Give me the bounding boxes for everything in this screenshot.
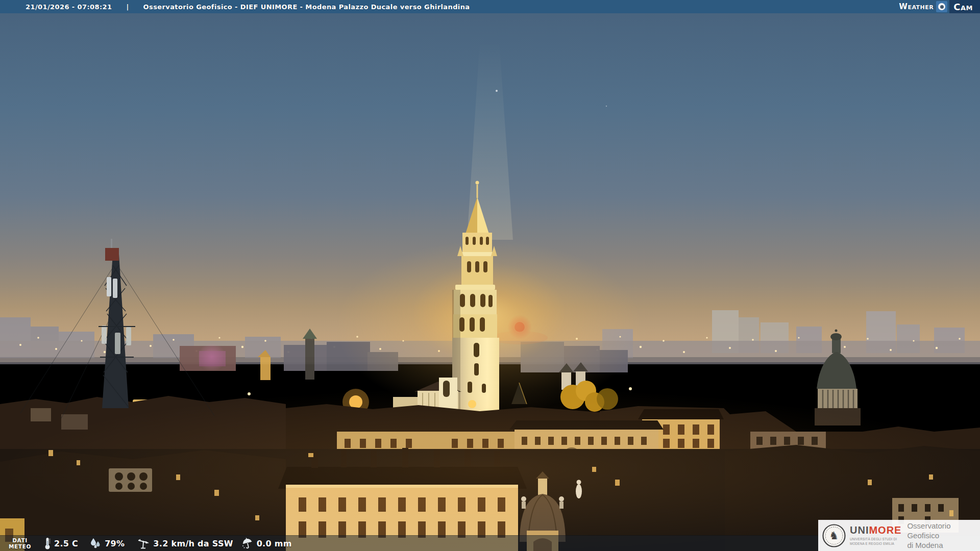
- page-title: Osservatorio Geofisico - DIEF UNIMORE - …: [143, 3, 470, 11]
- weather-data-label: DATI METEO: [4, 537, 36, 549]
- weathercam-cam-label: Cam: [953, 2, 973, 12]
- camera-lens-icon: [936, 1, 947, 12]
- rain-reading: 0.0 mm: [241, 537, 292, 549]
- separator: |: [126, 3, 129, 11]
- observatory-name: Osservatorio Geofisico di Modena: [907, 521, 980, 550]
- timestamp: 21/01/2026 - 07:08:21: [26, 3, 112, 11]
- unimore-subtitle: UNIVERSITÀ DEGLI STUDI DI MODENA E REGGI…: [850, 537, 901, 545]
- unimore-uni: UNI: [850, 524, 869, 536]
- svg-text:♞: ♞: [829, 530, 839, 542]
- weathercam-logo: Weather Cam: [899, 0, 980, 13]
- humidity-reading: 79%: [89, 537, 125, 549]
- temperature-value: 2.5 C: [54, 539, 78, 548]
- topbar-info: 21/01/2026 - 07:08:21 | Osservatorio Geo…: [0, 3, 470, 11]
- water-drops-icon: [89, 537, 102, 549]
- rain-value: 0.0 mm: [257, 539, 292, 548]
- unimore-logo-box: ♞ UNIMORE UNIVERSITÀ DEGLI STUDI DI MODE…: [818, 520, 980, 551]
- unimore-wordmark: UNIMORE UNIVERSITÀ DEGLI STUDI DI MODENA…: [850, 525, 901, 545]
- wind-reading: 3.2 km/h da SSW: [137, 537, 233, 549]
- thermometer-icon: [44, 537, 51, 550]
- topbar: 21/01/2026 - 07:08:21 | Osservatorio Geo…: [0, 0, 980, 13]
- temperature-reading: 2.5 C: [44, 537, 78, 550]
- humidity-value: 79%: [105, 539, 125, 548]
- weathercam-weather-label: Weather: [899, 2, 934, 11]
- unimore-more: MORE: [869, 524, 901, 536]
- webcam-photo: [0, 0, 980, 551]
- webcam-frame: 21/01/2026 - 07:08:21 | Osservatorio Geo…: [0, 0, 980, 551]
- umbrella-icon: [241, 537, 254, 549]
- weathercam-cam-box: Cam: [949, 0, 980, 13]
- wind-value: 3.2 km/h da SSW: [153, 539, 233, 548]
- unimore-seal-icon: ♞: [822, 524, 846, 547]
- wind-vane-icon: [137, 537, 150, 549]
